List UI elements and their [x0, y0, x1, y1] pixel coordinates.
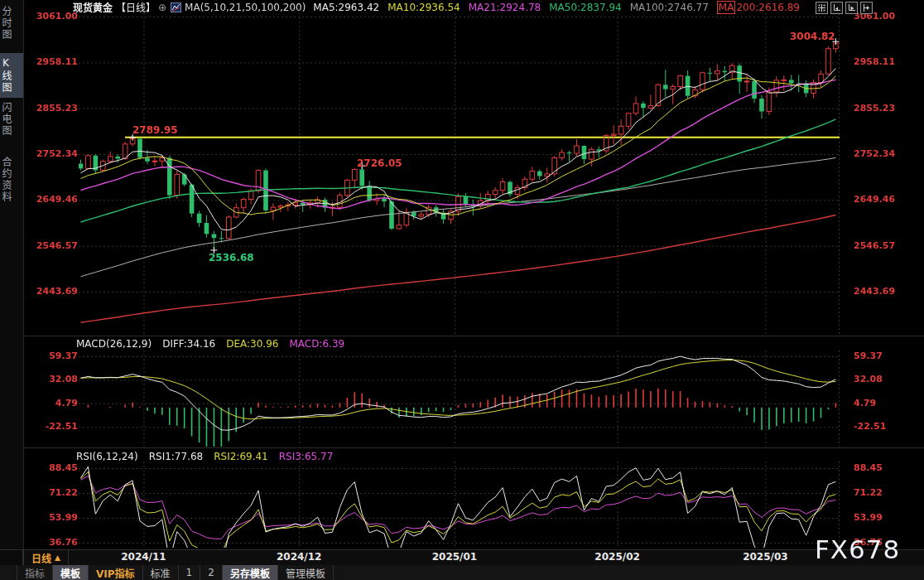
triangle-up-icon: ▲: [55, 553, 60, 562]
main-axis-label: 2855.23: [854, 104, 901, 114]
trading-app: 分时图K线图闪电图合约资料 现货黄金 【日线】 ⊕ MA(5,10,21,50,…: [0, 0, 924, 580]
price-chart-canvas[interactable]: [0, 0, 924, 580]
month-label: 2024/12: [270, 551, 328, 563]
main-axis-label: 2443.69: [854, 287, 901, 297]
rsi-axis-label: 71.22: [854, 488, 901, 498]
macd-axis-label: 59.37: [854, 351, 901, 361]
tab-slot-2[interactable]: 2: [200, 565, 223, 580]
tab-lightning-chart[interactable]: 闪电图: [0, 98, 23, 141]
macd-axis-label: 32.08: [31, 375, 78, 384]
fx678-watermark: FX678: [815, 534, 900, 564]
ma-legend-item: MA21:2924.78: [469, 2, 541, 13]
period-tag[interactable]: 【日线】: [116, 0, 156, 14]
annotation-nov-low-price: 2536.68: [209, 252, 254, 263]
main-axis-label: 2752.34: [854, 149, 901, 159]
rsi-axis-label: 53.99: [31, 513, 78, 523]
topbar: 现货黄金 【日线】 ⊕ MA(5,10,21,50,100,200) MA5:2…: [23, 0, 924, 14]
macd-axis-label: 4.79: [31, 399, 78, 408]
rsi-axis-label: 88.45: [31, 463, 78, 473]
main-axis-label: 2546.57: [854, 241, 901, 251]
auto-scroll-icon[interactable]: [845, 2, 858, 14]
macd-dea-value: DEA:30.96: [226, 338, 278, 350]
main-axis-label: 2649.46: [854, 195, 901, 205]
topbar-toolbar: [816, 2, 873, 14]
month-label: 2025/01: [426, 551, 484, 563]
tab-standard[interactable]: 标准: [143, 565, 179, 580]
period-selector[interactable]: 日线 ▲: [23, 550, 69, 565]
tab-kline-chart[interactable]: K线图: [0, 53, 23, 98]
ma-legend-item: MA200:2616.89: [717, 2, 808, 13]
main-axis-label: 2443.69: [31, 287, 78, 297]
tab-contract-info[interactable]: 合约资料: [0, 152, 23, 207]
macd-axis-label: 32.08: [854, 375, 901, 384]
rsi3-value: RSI3:65.77: [279, 451, 334, 462]
bottom-tabbar: 指标模板VIP指标标准12另存模板管理模板: [0, 565, 924, 580]
rsi2-value: RSI2:69.41: [214, 451, 268, 462]
rsi-axis-label: 36.76: [31, 538, 78, 548]
main-axis-label: 2649.46: [31, 195, 78, 205]
ma-legend-item: MA5:2963.42: [313, 2, 379, 13]
main-axis-label: 2958.11: [854, 57, 901, 67]
macd-macd-value: MACD:6.39: [289, 338, 344, 350]
main-axis-label: 2546.57: [31, 241, 78, 251]
rsi-axis-label: 71.22: [31, 488, 78, 498]
macd-diff-value: DIFF:34.16: [162, 338, 215, 350]
month-label: 2025/03: [736, 551, 794, 563]
main-axis-label: 2752.34: [31, 149, 78, 159]
rsi-header: RSI(6,12,24) RSI1:77.68 RSI2:69.41 RSI3:…: [76, 451, 333, 462]
macd-header: MACD(26,12,9) DIFF:34.16 DEA:30.96 MACD:…: [76, 338, 344, 350]
rsi-axis-label: 53.99: [854, 513, 901, 523]
tab-time-chart[interactable]: 分时图: [0, 2, 23, 45]
time-axis-bar: 日线 ▲ 2024/112024/122025/012025/022025/03: [0, 549, 924, 567]
jump-latest-icon[interactable]: [860, 2, 873, 14]
panel-separator: [23, 447, 924, 448]
rsi-formula: RSI(6,12,24): [76, 451, 138, 462]
ma-legend-item: MA100:2746.77: [630, 2, 709, 13]
corner-cell: [0, 549, 23, 565]
ma200-drag-box[interactable]: MA: [717, 1, 736, 14]
tab-template[interactable]: 模板: [53, 565, 89, 580]
macd-axis-label: 4.79: [854, 399, 901, 408]
macd-axis-label: -22.51: [854, 422, 901, 432]
instrument-title: 现货黄金: [73, 0, 113, 14]
tab-slot-1[interactable]: 1: [179, 565, 201, 580]
main-axis-label: 2855.23: [31, 104, 78, 114]
tab-save-template[interactable]: 另存模板: [223, 565, 278, 580]
ma-legend-text: 200:2616.89: [736, 2, 800, 13]
tab-manage-template[interactable]: 管理模板: [278, 565, 334, 580]
ma-legend-item: MA10:2936.54: [387, 2, 460, 13]
pan-move-icon[interactable]: [816, 2, 828, 14]
period-label: 日线: [31, 551, 51, 565]
sidebar: 分时图K线图闪电图合约资料: [0, 0, 24, 549]
annotation-peak-price: 3004.82: [790, 31, 835, 42]
tab-vip-indicator[interactable]: VIP指标: [89, 565, 143, 580]
month-label: 2025/02: [589, 551, 647, 563]
rsi-axis-label: 88.45: [854, 463, 901, 473]
panel-separator: [23, 336, 924, 336]
axis-range-icon[interactable]: [830, 2, 843, 14]
macd-axis-label: -22.51: [31, 422, 78, 432]
mini-chart-icon[interactable]: [171, 2, 181, 12]
ma-legend-item: MA50:2837.94: [549, 2, 622, 13]
annotation-resistance-price: 2789.95: [132, 124, 178, 136]
rsi1-value: RSI1:77.68: [149, 451, 204, 462]
add-indicator-icon[interactable]: ⊕: [158, 2, 166, 13]
tab-indicator[interactable]: 指标: [17, 565, 53, 580]
macd-axis-label: 59.37: [31, 351, 78, 361]
ma-legend: MA5:2963.42MA10:2936.54MA21:2924.78MA50:…: [313, 2, 816, 13]
annotation-dec-high-price: 2726.05: [357, 157, 402, 169]
ma-formula-label: MA(5,10,21,50,100,200): [185, 2, 306, 13]
month-label: 2024/11: [114, 551, 172, 563]
macd-formula: MACD(26,12,9): [76, 338, 152, 350]
main-axis-label: 2958.11: [31, 57, 78, 67]
